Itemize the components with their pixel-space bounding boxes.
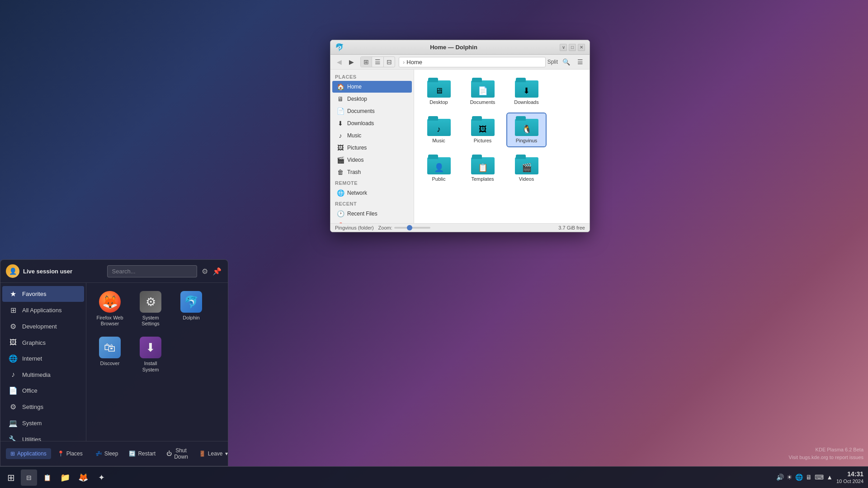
places-tab[interactable]: 📍 Places <box>53 448 87 459</box>
volume-icon[interactable]: 🔊 <box>776 474 784 481</box>
restart-button[interactable]: 🔄 Restart <box>124 448 160 459</box>
dolphin-titlebar: 🐬 Home — Dolphin ∨ □ ✕ <box>330 40 590 55</box>
places-documents[interactable]: 📄 Documents <box>332 105 412 117</box>
filter-icon[interactable]: ⚙ <box>201 266 209 277</box>
leave-button[interactable]: 🚪 Leave ▾ <box>194 448 228 459</box>
detail-view-button[interactable]: ☰ <box>372 57 384 67</box>
app-item-dolphin[interactable]: 🐬 Dolphin <box>173 288 209 329</box>
network-icon: 🌐 <box>337 189 344 197</box>
window-maximize-button[interactable]: □ <box>569 44 576 51</box>
sidebar-item-office[interactable]: 📄 Office <box>2 383 84 399</box>
sidebar-item-multimedia[interactable]: ♪ Multimedia <box>2 367 84 382</box>
sidebar-item-all-applications[interactable]: ⊞ All Applications <box>2 302 84 318</box>
window-close-button[interactable]: ✕ <box>578 44 585 51</box>
pingvinus-folder-label: Pingvinus <box>516 138 538 144</box>
development-icon: ⚙ <box>9 322 18 331</box>
places-network[interactable]: 🌐 Network <box>332 187 412 199</box>
file-item-documents[interactable]: 📄 Documents <box>463 75 502 108</box>
file-item-public[interactable]: 👤 Public <box>420 152 458 185</box>
places-recent-files[interactable]: 🕐 Recent Files <box>332 208 412 220</box>
address-bar[interactable]: › Home <box>399 57 546 67</box>
taskbar-file-manager[interactable]: 📁 <box>57 469 73 486</box>
split-view-button[interactable]: ⊟ <box>384 57 395 67</box>
brightness-icon[interactable]: ☀ <box>787 474 793 481</box>
sidebar-item-settings[interactable]: ⚙ Settings <box>2 399 84 415</box>
back-button[interactable]: ◀ <box>334 57 344 67</box>
file-item-templates[interactable]: 📋 Templates <box>463 152 502 185</box>
places-recent-locations[interactable]: 📍 Recent Locations <box>332 220 412 223</box>
network-tray-icon[interactable]: 🌐 <box>795 474 803 481</box>
sidebar-item-favorites[interactable]: ★ Favorites <box>2 286 84 302</box>
places-trash[interactable]: 🗑 Trash <box>332 166 412 178</box>
places-downloads[interactable]: ⬇ Downloads <box>332 117 412 129</box>
window-minimize-button[interactable]: ∨ <box>560 44 567 51</box>
dolphin-places-panel: Places 🏠 Home 🖥 Desktop 📄 Documents ⬇ Do… <box>330 70 414 223</box>
search-button[interactable]: 🔍 <box>560 57 573 67</box>
places-videos[interactable]: 🎬 Videos <box>332 154 412 166</box>
dolphin-toolbar: ◀ ▶ ⊞ ☰ ⊟ › Home Split 🔍 ☰ <box>330 55 590 70</box>
icon-view-button[interactable]: ⊞ <box>361 57 372 67</box>
documents-folder-label: Documents <box>470 99 495 105</box>
recent-files-icon: 🕐 <box>337 210 344 217</box>
firefox-app-label: Firefox Web Browser <box>94 315 125 327</box>
file-item-pingvinus[interactable]: 🐧 Pingvinus <box>507 113 546 146</box>
app-item-firefox[interactable]: 🦊 Firefox Web Browser <box>92 288 128 329</box>
sleep-icon: 💤 <box>95 450 102 457</box>
shutdown-button[interactable]: ⏻ Shut Down <box>162 445 193 462</box>
favorites-label: Favorites <box>22 291 46 297</box>
search-input[interactable] <box>107 265 198 277</box>
places-desktop[interactable]: 🖥 Desktop <box>332 93 412 105</box>
system-settings-app-icon: ⚙ <box>140 291 161 313</box>
places-music[interactable]: ♪ Music <box>332 130 412 141</box>
places-label: Places <box>66 450 83 457</box>
app-item-system-settings[interactable]: ⚙ System Settings <box>132 288 169 329</box>
places-videos-label: Videos <box>347 157 363 163</box>
system-icon: 💻 <box>9 419 18 427</box>
taskbar-pager[interactable]: ⊟ <box>21 469 37 486</box>
shutdown-icon: ⏻ <box>166 450 172 457</box>
sleep-button[interactable]: 💤 Sleep <box>91 448 123 459</box>
clock[interactable]: 14:31 10 Oct 2024 <box>836 470 863 484</box>
file-item-downloads[interactable]: ⬇ Downloads <box>507 75 546 108</box>
forward-button[interactable]: ▶ <box>346 57 357 67</box>
launcher-header-icons: ⚙ 📌 <box>201 266 222 277</box>
file-item-music[interactable]: ♪ Music <box>420 113 458 146</box>
file-item-pictures[interactable]: 🖼 Pictures <box>463 113 502 146</box>
sidebar-item-graphics[interactable]: 🖼 Graphics <box>2 335 84 350</box>
file-item-videos[interactable]: 🎬 Videos <box>507 152 546 185</box>
zoom-slider-track[interactable] <box>394 227 430 229</box>
file-item-desktop[interactable]: 🖥 Desktop <box>420 75 458 108</box>
window-controls: ∨ □ ✕ <box>560 44 585 51</box>
applications-tab[interactable]: ⊞ Applications <box>6 448 51 459</box>
sidebar-item-utilities[interactable]: 🔧 Utilities <box>2 432 84 441</box>
expand-tray-icon[interactable]: ▲ <box>826 474 833 481</box>
sidebar-item-internet[interactable]: 🌐 Internet <box>2 351 84 366</box>
zoom-control[interactable]: Zoom: <box>378 225 430 230</box>
places-pictures[interactable]: 🖼 Pictures <box>332 142 412 154</box>
taskbar-app-launcher[interactable]: ⊞ <box>3 469 19 486</box>
graphics-label: Graphics <box>22 339 46 346</box>
taskbar-activities[interactable]: 📋 <box>39 469 55 486</box>
keyboard-icon[interactable]: ⌨ <box>815 474 824 481</box>
menu-button[interactable]: ☰ <box>575 57 586 67</box>
dolphin-window: 🐬 Home — Dolphin ∨ □ ✕ ◀ ▶ ⊞ ☰ ⊟ › Home … <box>330 40 590 232</box>
videos-folder-icon: 🎬 <box>515 155 538 174</box>
selected-item-label: Pingvinus (folder) <box>335 225 374 230</box>
zoom-slider-thumb[interactable] <box>407 225 412 230</box>
display-icon[interactable]: 🖥 <box>806 474 812 481</box>
places-home[interactable]: 🏠 Home <box>332 81 412 93</box>
app-item-discover[interactable]: 🛍 Discover <box>92 334 128 375</box>
sidebar-item-system[interactable]: 💻 System <box>2 415 84 431</box>
sidebar-item-development[interactable]: ⚙ Development <box>2 319 84 334</box>
install-system-app-label: Install System <box>135 361 166 372</box>
system-label: System <box>22 420 42 427</box>
taskbar-plasma[interactable]: ✦ <box>93 469 109 486</box>
office-icon: 📄 <box>9 386 18 395</box>
view-mode-buttons: ⊞ ☰ ⊟ <box>360 56 395 67</box>
leave-icon: 🚪 <box>199 450 206 457</box>
videos-icon: 🎬 <box>337 156 344 164</box>
app-item-install-system[interactable]: ⬇ Install System <box>132 334 169 375</box>
pin-icon[interactable]: 📌 <box>212 266 222 277</box>
taskbar-firefox[interactable]: 🦊 <box>75 469 91 486</box>
launcher-footer: ⊞ Applications 📍 Places 💤 Sleep 🔄 Restar… <box>0 441 228 466</box>
